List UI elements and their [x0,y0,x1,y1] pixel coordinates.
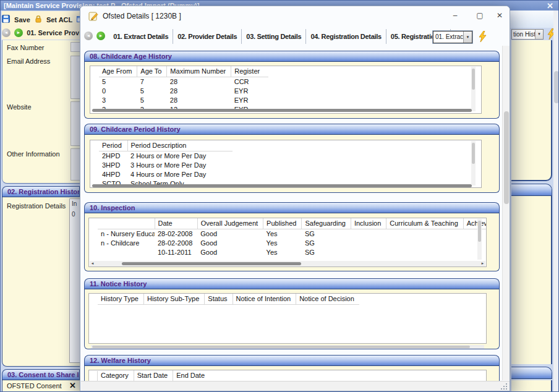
table-row[interactable]: 4HPD4 Hours or More Per Day [99,169,233,179]
scrollbar-thumb[interactable] [472,69,475,90]
table-cell [463,247,487,257]
table-cell: 5 [99,77,137,86]
consent-close-icon[interactable]: ✕ [69,381,76,390]
scrollbar-thumb[interactable] [504,111,509,204]
right-panel [511,380,552,392]
grid-header-row: Age FromAge ToMaximum NumberRegister [99,66,268,77]
table-row[interactable]: 10-11-2011GoodYesSG [98,247,487,257]
scrollbar-thumb[interactable] [478,221,481,242]
lightning-icon[interactable] [479,31,487,43]
scrollbar-thumb[interactable] [472,143,475,164]
table-cell: n - Nursery Education [98,229,155,238]
vertical-scrollbar[interactable] [471,141,476,185]
scrollbar-thumb[interactable] [554,71,559,103]
table-cell: Good [197,238,263,247]
horizontal-scrollbar[interactable] [92,109,472,112]
vertical-scrollbar[interactable] [477,219,482,260]
column-header: Safeguarding [302,218,351,229]
main-vertical-scrollbar[interactable] [553,11,559,392]
fax-number-label: Fax Number [7,44,45,51]
forward-icon[interactable]: ► [96,32,105,40]
dialog-title: Ofsted Details [ 1230B ] [103,12,181,20]
table-cell [386,238,463,247]
main-toolbar: Save Set ACL D ◄ ► 01. Service Provision [2,11,80,40]
table-cell [463,238,487,247]
table-cell: 5 [137,86,167,95]
left-arrow-icon[interactable]: ◄ [90,261,95,266]
registration-details-label: Registration Details [7,202,66,210]
table-cell [351,238,386,247]
table-cell: 0 [99,86,137,95]
main-close-icon[interactable]: ✕ [547,1,553,11]
back-icon[interactable]: ◄ [2,28,11,37]
section-title: 11. Notice History [90,280,147,288]
column-header: Published [263,218,302,229]
other-information-label: Other Information [7,150,60,158]
registration-grid-sliver[interactable]: In 0 [69,198,80,363]
right-arrow-icon[interactable]: ► [480,261,485,266]
column-header: Notice of Decision [296,294,359,304]
table-cell [351,229,386,238]
save-button[interactable]: Save [14,16,30,23]
table-cell: EYR [231,95,268,104]
resize-grip[interactable] [500,383,507,390]
email-address-input[interactable] [70,56,80,99]
column-header: Start Date [134,370,173,381]
tab-service-provision[interactable]: 01. Service Provision [27,29,80,36]
table-cell: 4HPD [99,169,127,179]
grid-header-row: CategoryStart DateEnd Date [98,370,210,381]
scrollbar-thumb[interactable] [92,346,470,348]
table-row[interactable]: 3528EYR [99,95,268,104]
tab-extract-details[interactable]: 01. Extract Details [109,29,173,44]
back-icon[interactable]: ◄ [84,32,93,40]
table-cell: 28-02-2008 [155,229,197,238]
sliver-value: 0 [72,211,80,218]
section-jump-dropdown[interactable]: 01. Extract Details ▼ [433,31,472,43]
window-chrome [510,11,553,28]
dialog-status-bar [81,381,510,391]
horizontal-scrollbar[interactable] [91,345,484,349]
column-header: Period Description [127,140,233,151]
horizontal-scrollbar[interactable]: ◄ ► [90,261,485,266]
table-row[interactable]: 3HPD3 Hours or More Per Day [99,160,233,169]
table-row[interactable]: 0528EYR [99,86,268,95]
tab-setting-details[interactable]: 03. Setting Details [242,29,306,44]
close-button[interactable]: ✕ [491,9,508,23]
age-history-grid: Age FromAge ToMaximum NumberRegister5728… [90,66,482,114]
table-row[interactable]: 2HPD2 Hours or More Per Day [99,151,233,160]
table-cell: SG [302,247,351,257]
history-dropdown[interactable]: tion Histo ▼ [511,29,544,40]
grid-header-row: History TypeHistory Sub-TypeStatusNotice… [98,294,359,304]
minimize-button[interactable]: – [446,9,464,23]
ofsted-details-dialog: Ofsted Details [ 1230B ] – ▢ ✕ ◄ ► 01. E… [80,6,510,391]
tab-provider-details[interactable]: 02. Provider Details [173,29,242,44]
table-row[interactable]: 5728CCR [99,77,268,86]
table-cell: Yes [263,247,302,257]
tab-registration-details[interactable]: 04. Registration Details [306,29,386,44]
email-address-label: Email Address [7,58,50,65]
column-header: Curriculum & Teaching [386,218,463,229]
maximize-button[interactable]: ▢ [471,9,489,23]
column-header: Overall Judgement [197,218,263,229]
vertical-scrollbar[interactable] [471,67,476,111]
chevron-down-icon[interactable]: ▼ [535,30,543,39]
dialog-vertical-scrollbar[interactable] [502,46,510,380]
horizontal-scrollbar[interactable] [92,184,472,187]
dialog-titlebar[interactable]: Ofsted Details [ 1230B ] – ▢ ✕ [80,6,510,27]
section-consent-header: 03. Consent to Share Infor [2,369,80,380]
chevron-down-icon[interactable]: ▼ [463,32,472,43]
table-cell: 3HPD [99,160,127,169]
table-cell: 28 [167,86,231,95]
fax-number-input[interactable] [70,42,80,52]
forward-icon[interactable]: ► [14,28,23,37]
website-input[interactable] [70,101,80,146]
other-information-input[interactable] [70,148,80,181]
table-row[interactable]: n - Nursery Education28-02-2008GoodYesSG [98,229,487,238]
column-header: History Type [98,294,143,304]
set-acl-button[interactable]: Set ACL [46,16,72,23]
save-icon [2,15,10,24]
scrollbar-thumb[interactable] [122,262,301,265]
right-section-header [511,184,552,196]
table-row[interactable]: n - Childcare28-02-2008GoodYesSG [98,238,487,247]
table-cell [98,247,155,257]
